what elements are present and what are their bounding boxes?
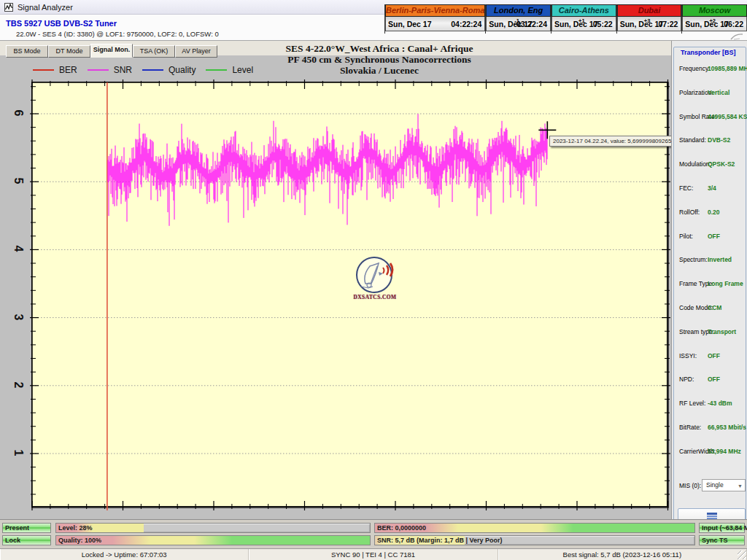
y-tick-label-4: 4 xyxy=(9,241,25,257)
tp-label: BitRate: xyxy=(679,424,701,431)
chart-legend: BERSNRQualityLevel xyxy=(33,64,263,76)
clock-time: Sun, Dec 17+307:22 xyxy=(617,17,682,31)
ber-label: BER: 0,0000000 xyxy=(377,524,426,532)
legend-item-quality: Quality xyxy=(142,65,196,75)
resize-grip[interactable] xyxy=(738,551,746,559)
tp-label: FEC: xyxy=(679,184,693,192)
tp-value: QPSK-S2 xyxy=(708,160,735,168)
legend-item-snr: SNR xyxy=(88,65,132,75)
tp-value: 44995,584 KS/s xyxy=(708,113,747,120)
tp-value: Vertical xyxy=(708,89,729,96)
clock-time: Sun, Dec 17-103:22:24 xyxy=(486,17,551,31)
tab-tsa-ok-[interactable]: TSA (OK) xyxy=(133,45,175,58)
mis-selected-value: Single xyxy=(706,481,724,489)
legend-label: Quality xyxy=(169,65,196,75)
present-indicator: Present xyxy=(2,523,51,533)
tab-bs-mode[interactable]: BS Mode xyxy=(6,45,48,58)
quality-gauge: Quality: 100% xyxy=(55,535,371,545)
clock-time: Sun, Dec 17+105:22 xyxy=(551,17,616,31)
ber-gauge: BER: 0,0000000 xyxy=(374,523,695,533)
tp-value: -43 dBm xyxy=(708,400,732,407)
world-clocks: Berlin-Paris-Vienna-RomaSun, Dec 1704:22… xyxy=(384,4,747,34)
gauge-strip: Present Level: 28% BER: 0,0000000 Input … xyxy=(0,519,747,548)
tp-row-rolloff-: RollOff:0.20 xyxy=(674,209,747,219)
watermark-text: DXSATCS.COM xyxy=(351,294,399,300)
status-best-signal: Best signal: 5,7 dB (2023-12-16 05:11) xyxy=(498,549,747,560)
corner-logo-icon xyxy=(729,32,744,41)
tp-label: Pilot: xyxy=(679,233,693,240)
transponder-panel: Transponder [BS] Frequency:10985,889 MHz… xyxy=(671,41,747,519)
clock-city-label: London, Eng xyxy=(486,4,551,17)
clock-moscow: MoscowSun, Dec 17+206:22 xyxy=(681,4,747,34)
tp-row-rf-level-: RF Level:-43 dBm xyxy=(674,400,747,410)
tp-label: Modulation: xyxy=(679,160,711,168)
snr-gauge: SNR: 5,7 dB (Margin: 1,7 dB | Very Poor) xyxy=(374,535,695,545)
lock-label: Lock xyxy=(5,537,20,544)
tp-label: RF Level: xyxy=(679,400,705,407)
clock-city-label: Cairo-Athens xyxy=(551,4,616,17)
legend-line-icon xyxy=(206,69,227,71)
tp-value: DVB-S2 xyxy=(708,136,730,144)
tp-value: Inverted xyxy=(708,256,732,263)
status-sync-counters: SYNC 90 | TEI 4 | CC 7181 xyxy=(249,549,498,560)
chevron-down-icon: ▼ xyxy=(738,483,743,489)
tuner-details: 22.0W - SES 4 (ID: 3380) @ LOF1: 9750000… xyxy=(16,30,219,38)
tp-label: ISSYI: xyxy=(679,352,697,359)
tp-value: 3/4 xyxy=(708,184,716,192)
legend-line-icon xyxy=(88,69,109,71)
present-label: Present xyxy=(5,524,29,532)
legend-label: Level xyxy=(232,65,253,75)
clock-time: Sun, Dec 1704:22:24 xyxy=(385,17,485,31)
sync-ts-label: Sync TS xyxy=(702,537,728,544)
legend-item-level: Level xyxy=(206,65,253,75)
tp-value: 53,994 MHz xyxy=(708,448,741,455)
tp-row-stream-type-: Stream type:Transport xyxy=(674,328,747,338)
level-gauge: Level: 28% xyxy=(55,523,371,533)
tp-value: OFF xyxy=(708,233,720,240)
clock-city-label: Moscow xyxy=(682,4,747,17)
window-title: Signal Analyzer xyxy=(18,3,73,12)
tp-row-fec-: FEC:3/4 xyxy=(674,184,747,195)
dxsatcs-watermark: DXSATCS.COM xyxy=(351,256,399,304)
clock-time: Sun, Dec 17+206:22 xyxy=(682,17,747,31)
tab-signal-mon-[interactable]: Signal Mon. xyxy=(90,44,133,58)
legend-item-ber: BER xyxy=(33,65,77,75)
tp-row-npd-: NPD:OFF xyxy=(674,376,747,386)
tp-row-issyi-: ISSYI:OFF xyxy=(674,352,747,362)
clock-cairo-athens: Cairo-AthensSun, Dec 17+105:22 xyxy=(551,4,616,34)
signal-analyzer-window: Signal Analyzer TBS 5927 USB DVB-S2 Tune… xyxy=(0,0,747,560)
tp-value: 10985,889 MHz xyxy=(708,65,747,72)
tp-row-frame-type-: Frame Type:Long Frame xyxy=(674,280,747,290)
tp-row-frequency-: Frequency:10985,889 MHz xyxy=(674,65,747,75)
chart-title-line1: SES 4-22.0°W_West Africa : Canal+ Afriqu… xyxy=(190,43,569,55)
tabs: BS ModeDT ModeSignal Mon.TSA (OK)AV Play… xyxy=(6,44,217,58)
legend-line-icon xyxy=(33,69,54,71)
tp-label: RollOff: xyxy=(679,209,700,216)
clock-berlin-paris-vienna-roma: Berlin-Paris-Vienna-RomaSun, Dec 1704:22… xyxy=(384,4,485,34)
y-tick-label-6: 6 xyxy=(9,105,25,121)
clock-dubai: DubaiSun, Dec 17+307:22 xyxy=(616,4,682,34)
tp-value: OFF xyxy=(708,376,720,383)
tp-value: Long Frame xyxy=(708,280,743,287)
transponder-groupbox: Transponder [BS] Frequency:10985,889 MHz… xyxy=(673,47,746,534)
chart-tooltip: 2023-12-17 04.22.24, value: 5,6999998092… xyxy=(549,136,681,147)
tp-label: NPD: xyxy=(679,376,694,383)
tp-row-bitrate-: BitRate:66,953 Mbit/s xyxy=(674,424,747,434)
tp-row-spectrum-: Spectrum:Inverted xyxy=(674,256,747,266)
input-indicator: Input (~63,84 Mbps) xyxy=(699,523,745,533)
tp-label: Frequency: xyxy=(679,65,711,72)
clock-london-eng: London, EngSun, Dec 17-103:22:24 xyxy=(485,4,551,34)
tp-value: Transport xyxy=(708,328,736,335)
tp-row-modulation-: Modulation:QPSK-S2 xyxy=(674,160,747,171)
mis-select[interactable]: Single ▼ xyxy=(702,479,746,491)
level-label: Level: 28% xyxy=(58,524,93,532)
tab-dt-mode[interactable]: DT Mode xyxy=(48,45,90,58)
tp-value: 0.20 xyxy=(708,209,720,216)
y-tick-label-5: 5 xyxy=(9,173,25,189)
lock-indicator: Lock xyxy=(2,535,51,545)
transponder-title: Transponder [BS] xyxy=(678,49,738,56)
clock-city-label: Dubai xyxy=(617,4,682,17)
tp-value: 66,953 Mbit/s xyxy=(708,424,746,431)
tp-label: Standard: xyxy=(679,136,706,144)
tp-row-polarization-: Polarization:Vertical xyxy=(674,89,747,99)
